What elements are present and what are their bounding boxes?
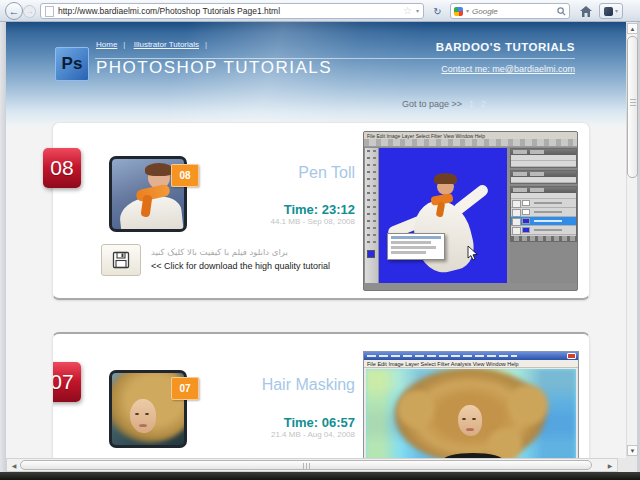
close-button-icon <box>567 353 576 359</box>
time-label: Time: <box>284 415 318 430</box>
context-menu-row <box>391 241 431 244</box>
figure-face <box>458 405 482 436</box>
page-link-2[interactable]: 2 <box>481 99 486 109</box>
nav-link-illustrator-tutorials[interactable]: Illustrator Tutorials <box>134 40 199 49</box>
thumbnail-number-badge: 07 <box>171 377 199 400</box>
ps-options-bar <box>364 139 577 147</box>
layer-row-selected <box>511 217 576 226</box>
browser-toolbar: ← → ☆ ▾ ↻ ▾ ▾ <box>0 0 640 22</box>
nav-link-home[interactable]: Home <box>96 40 117 49</box>
layer-name-bar <box>534 211 562 213</box>
palette-header <box>511 187 576 193</box>
url-input[interactable] <box>58 6 399 16</box>
download-link-text[interactable]: << Click for download the high quality t… <box>151 261 381 271</box>
layer-thumbnail <box>522 218 530 224</box>
figure-eye <box>462 418 466 420</box>
ps-palette <box>510 170 577 184</box>
forward-arrow-icon: → <box>26 7 34 16</box>
context-menu <box>387 233 445 260</box>
video-screenshot[interactable]: File Edit Image Layer Select Filter Anal… <box>363 351 579 458</box>
nav-separator: | <box>205 40 207 49</box>
bookmarks-button[interactable]: ▾ <box>599 3 623 19</box>
ps-layers-panel <box>510 186 577 242</box>
figure-eye <box>472 418 476 420</box>
reload-button[interactable]: ↻ <box>430 4 445 18</box>
hair-curl <box>486 427 524 458</box>
time-value: 06:57 <box>322 415 355 430</box>
tutorial-meta: 44.1 MB - Sep 08, 2008 <box>203 217 355 226</box>
layer-name-bar <box>534 202 562 204</box>
photoshop-logo: Ps <box>55 47 89 81</box>
ps-panels <box>510 148 577 283</box>
scroll-left-icon[interactable]: ◀ <box>8 459 20 471</box>
layer-row <box>511 208 576 217</box>
hair-curl <box>396 389 436 429</box>
window-left-edge <box>0 22 6 472</box>
foreground-color-swatch <box>367 250 375 258</box>
vertical-scrollbar[interactable]: ▲ ▼ <box>626 23 637 456</box>
chevron-down-icon[interactable]: ▾ <box>416 8 419 14</box>
search-bar[interactable]: ▾ <box>450 3 570 19</box>
palette-row <box>511 177 576 183</box>
hair-curl <box>506 383 550 427</box>
layer-name-bar <box>534 229 562 231</box>
forward-button[interactable]: → <box>23 5 36 18</box>
photoshop-logo-text: Ps <box>62 54 83 74</box>
layer-thumbnail <box>522 200 530 206</box>
save-disk-icon <box>112 251 130 269</box>
google-logo-icon <box>454 7 463 16</box>
pagination-label: Got to page >> <box>402 99 462 109</box>
video-screenshot[interactable]: File Edit Image Layer Select Filter View… <box>363 131 578 291</box>
page-viewport: Ps Home| Illustrator Tutorials| PHOTOSHO… <box>6 22 626 458</box>
back-button[interactable]: ← <box>5 2 23 20</box>
figure-hair <box>434 173 457 184</box>
thumb-eye <box>145 413 149 415</box>
context-menu-row <box>391 246 436 249</box>
search-icon[interactable] <box>557 7 566 16</box>
horizontal-scrollbar-thumb[interactable] <box>20 460 592 470</box>
site-header: Ps Home| Illustrator Tutorials| PHOTOSHO… <box>6 22 626 126</box>
tutorial-number-badge: 07 <box>52 362 81 402</box>
palette-row <box>511 161 576 167</box>
home-button[interactable] <box>578 3 594 19</box>
taskbar <box>0 472 640 480</box>
scroll-right-icon[interactable]: ▶ <box>604 459 616 471</box>
figure-lips <box>466 428 474 431</box>
search-input[interactable] <box>472 7 554 16</box>
top-navigation: Home| Illustrator Tutorials| <box>96 40 213 49</box>
page-link-1[interactable]: 1 <box>469 99 474 109</box>
contact-link[interactable]: Contact me: me@bardiaelmi.com <box>441 64 575 74</box>
time-value: 23:12 <box>322 202 355 217</box>
tutorial-card-08: 08 08 Pen Toll Time: 23:12 44.1 MB - Sep… <box>52 122 590 300</box>
layers-footer-icons <box>511 236 576 241</box>
bookmark-star-icon[interactable]: ☆ <box>403 6 412 16</box>
ps-toolbox <box>365 148 378 283</box>
tutorial-title[interactable]: Pen Toll <box>203 164 355 182</box>
page-title: PHOTOSHOP TUTORIALS <box>96 58 332 78</box>
mouse-cursor-icon <box>467 246 478 261</box>
search-engine-chevron-icon[interactable]: ▾ <box>466 8 469 14</box>
vertical-scrollbar-thumb[interactable] <box>627 36 638 178</box>
tutorial-number-badge: 08 <box>43 148 81 188</box>
layer-thumbnail <box>522 227 530 233</box>
download-button[interactable] <box>101 244 141 276</box>
site-title: BARDOO'S TUTORIALS <box>436 41 575 53</box>
context-menu-row <box>391 236 441 239</box>
persian-download-note: برای دانلود فیلم با کیفیت بالا کلیک کنید <box>151 247 367 257</box>
ps-window-titlebar <box>364 352 578 360</box>
thumb-hair <box>145 163 173 176</box>
layer-thumbnail <box>522 209 530 215</box>
ps-menubar: File Edit Image Layer Select Filter View… <box>364 132 577 139</box>
home-icon <box>580 6 592 17</box>
ps-image <box>366 369 576 458</box>
scroll-down-icon[interactable]: ▼ <box>627 445 638 456</box>
scroll-up-icon[interactable]: ▲ <box>627 23 638 34</box>
layer-row <box>511 199 576 208</box>
bookmarks-chevron-icon: ▾ <box>615 8 618 14</box>
address-bar[interactable]: ☆ ▾ <box>40 3 424 19</box>
tutorial-title[interactable]: Hair Masking <box>203 376 355 394</box>
thumbnail-number-badge: 08 <box>171 164 199 187</box>
horizontal-scrollbar[interactable]: ◀ ▶ <box>6 458 618 472</box>
ps-menubar: File Edit Image Layer Select Filter Anal… <box>364 360 578 368</box>
time-label: Time: <box>284 202 318 217</box>
